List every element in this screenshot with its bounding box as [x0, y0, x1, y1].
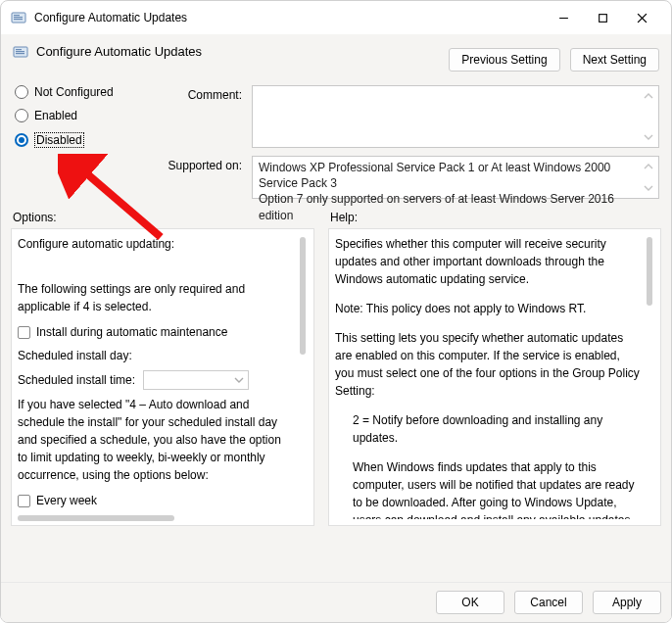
footer: OK Cancel Apply	[1, 582, 671, 622]
svg-rect-10	[16, 51, 24, 52]
ok-button[interactable]: OK	[436, 591, 504, 614]
cancel-button[interactable]: Cancel	[514, 591, 583, 614]
scroll-up-icon[interactable]	[641, 159, 656, 174]
help-text: Note: This policy does not apply to Wind…	[335, 300, 641, 317]
help-pane: Specifies whether this computer will rec…	[328, 228, 661, 526]
horizontal-scrollbar[interactable]	[18, 514, 294, 519]
radio-not-configured[interactable]: Not Configured	[15, 85, 152, 99]
checkbox-every-week[interactable]: Every week	[18, 492, 290, 509]
radio-label: Enabled	[34, 109, 77, 122]
options-note: The following settings are only required…	[18, 280, 290, 315]
header: Configure Automatic Updates Previous Set…	[9, 40, 663, 79]
previous-setting-button[interactable]: Previous Setting	[449, 48, 559, 72]
help-text: Specifies whether this computer will rec…	[335, 235, 641, 288]
checkbox-install-maintenance[interactable]: Install during automatic maintenance	[18, 323, 290, 341]
svg-rect-3	[14, 19, 23, 20]
titlebar: Configure Automatic Updates	[1, 1, 671, 34]
app-icon	[11, 10, 26, 25]
radio-disabled[interactable]: Disabled	[15, 132, 152, 148]
radio-label: Disabled	[34, 132, 84, 148]
scroll-down-icon[interactable]	[641, 129, 656, 145]
apply-button[interactable]: Apply	[593, 591, 661, 614]
scheduled-day-label: Scheduled install day:	[18, 347, 132, 364]
radio-icon	[15, 109, 28, 122]
svg-rect-5	[599, 14, 606, 22]
help-text: This setting lets you specify whether au…	[335, 329, 641, 400]
checkbox-label: Every week	[36, 492, 97, 509]
maximize-button[interactable]	[583, 6, 622, 29]
checkbox-icon	[18, 326, 30, 339]
help-label: Help:	[328, 211, 661, 224]
svg-rect-9	[16, 49, 22, 50]
checkbox-icon	[18, 495, 30, 507]
help-text: 2 = Notify before downloading and instal…	[335, 411, 641, 447]
supported-label: Supported on:	[162, 156, 242, 199]
radio-label: Not Configured	[34, 85, 114, 99]
page-title: Configure Automatic Updates	[36, 44, 449, 59]
help-text: When Windows finds updates that apply to…	[335, 458, 641, 519]
scheduled-time-label: Scheduled install time:	[18, 371, 135, 389]
svg-rect-11	[16, 53, 24, 54]
comment-textarea[interactable]	[252, 85, 659, 148]
checkbox-label: Install during automatic maintenance	[36, 323, 227, 341]
options-para-4: If you have selected "4 – Auto download …	[18, 396, 290, 484]
options-heading: Configure automatic updating:	[18, 235, 290, 253]
vertical-scrollbar[interactable]	[298, 235, 308, 519]
options-pane: Configure automatic updating: The follow…	[11, 228, 314, 526]
comment-label: Comment:	[162, 85, 242, 148]
radio-enabled[interactable]: Enabled	[15, 109, 152, 122]
scroll-up-icon[interactable]	[641, 88, 656, 104]
close-button[interactable]	[622, 6, 661, 29]
supported-on-box: Windows XP Professional Service Pack 1 o…	[252, 156, 659, 199]
window-title: Configure Automatic Updates	[34, 11, 544, 24]
vertical-scrollbar[interactable]	[645, 235, 654, 519]
radio-icon	[15, 85, 28, 99]
radio-icon	[15, 133, 28, 147]
scheduled-time-combo[interactable]	[143, 370, 249, 390]
next-setting-button[interactable]: Next Setting	[570, 48, 659, 72]
policy-icon	[13, 44, 28, 60]
svg-rect-2	[14, 17, 23, 18]
window-controls	[544, 6, 661, 29]
chevron-down-icon	[234, 375, 244, 385]
scroll-down-icon[interactable]	[641, 180, 656, 196]
minimize-button[interactable]	[544, 6, 583, 29]
svg-rect-1	[14, 15, 20, 16]
